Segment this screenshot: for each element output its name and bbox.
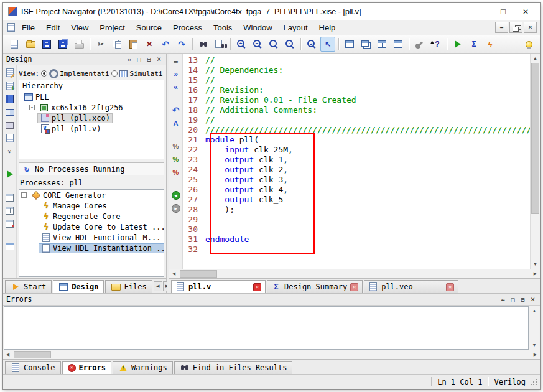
strip-button-nav-forward[interactable]	[170, 203, 182, 214]
maximize-panel-icon[interactable]	[509, 295, 517, 304]
code-line[interactable]: 23 output clk_1,	[183, 155, 530, 165]
menu-item-source[interactable]: Source	[131, 22, 167, 34]
toolbar-button-save[interactable]	[39, 37, 54, 52]
scroll-right-icon[interactable]	[531, 350, 540, 359]
strip-button-format-lines[interactable]	[170, 55, 182, 67]
errors-vscrollbar[interactable]	[529, 306, 539, 350]
menu-item-edit[interactable]: Edit	[40, 22, 65, 34]
menu-item-tools[interactable]: Tools	[208, 22, 238, 34]
tree-item-update-core-to-latest[interactable]: Update Core to Latest ...	[19, 222, 164, 232]
toolbar-button-open[interactable]	[23, 37, 38, 52]
toolbar-button-find[interactable]	[196, 37, 211, 52]
tree-item-manage-cores[interactable]: Manage Cores	[19, 200, 164, 211]
code-line[interactable]: 17// Revision 0.01 - File Created	[183, 95, 530, 105]
menu-item-help[interactable]: Help	[313, 22, 341, 34]
toolbar-button-zoom-full[interactable]	[266, 37, 281, 52]
code-line[interactable]: 27 output clk_5	[183, 195, 530, 205]
tab-pll-veo[interactable]: pll.veo	[364, 280, 458, 293]
code-line[interactable]: 26 output clk_4,	[183, 185, 530, 195]
strip-button-library[interactable]	[4, 93, 16, 105]
vscroll-track[interactable]	[529, 315, 539, 340]
toolbar-button-lightbulb[interactable]	[521, 37, 536, 52]
tab-console[interactable]: Console	[5, 361, 61, 374]
toolbar-button-summary[interactable]	[466, 37, 481, 52]
tab-pll-v[interactable]: pll.v	[171, 280, 266, 293]
toolbar-button-impact[interactable]	[483, 37, 498, 52]
mdi-minimize-button[interactable]	[495, 22, 508, 33]
toolbar-button-zoom-in[interactable]	[234, 37, 249, 52]
strip-button-indent[interactable]	[170, 68, 182, 80]
vscroll-track[interactable]	[531, 63, 540, 259]
tree-item-xc6slx16-2ftg256[interactable]: -xc6slx16-2ftg256	[19, 102, 164, 113]
tab-warnings[interactable]: Warnings	[113, 361, 173, 374]
strip-button-snapshot[interactable]	[4, 119, 16, 131]
toolbar-button-undo[interactable]	[158, 37, 173, 52]
editor-hscrollbar[interactable]	[169, 269, 540, 278]
hscroll-track[interactable]	[12, 350, 531, 359]
resize-grip-icon[interactable]	[529, 378, 537, 386]
vscroll-thumb[interactable]	[531, 63, 539, 214]
tree-item-pll-pll-v[interactable]: pll (pll.v)	[19, 123, 164, 134]
view-option-simulati[interactable]: Simulati	[111, 68, 163, 78]
code-line[interactable]: 20//////////////////////////////////////…	[183, 125, 530, 135]
tab-scroll-left-icon[interactable]	[154, 281, 162, 291]
hscroll-thumb[interactable]	[180, 270, 217, 278]
code-line[interactable]: 31endmodule	[183, 235, 530, 245]
tab-design[interactable]: Design	[53, 280, 104, 293]
expander-icon[interactable]: -	[29, 105, 35, 110]
strip-button-percent[interactable]	[170, 141, 182, 152]
code-line[interactable]: 21module pll(	[183, 135, 530, 145]
tree-item-view-hdl-functional-m[interactable]: View HDL Functional M...	[19, 232, 164, 243]
toolbar-button-tile-h[interactable]	[374, 37, 389, 52]
maximize-button[interactable]	[494, 3, 513, 20]
mdi-close-button[interactable]	[524, 22, 537, 33]
close-button[interactable]	[516, 3, 535, 20]
code-line[interactable]: 29	[183, 215, 530, 225]
scroll-left-icon[interactable]	[3, 350, 12, 359]
strip-button-new-source[interactable]	[4, 80, 16, 91]
close-panel-icon[interactable]	[155, 55, 163, 63]
undock-icon[interactable]	[499, 295, 507, 304]
expander-icon[interactable]: -	[21, 192, 27, 198]
strip-button-undo-curve[interactable]	[170, 105, 182, 116]
errors-hscrollbar[interactable]	[3, 350, 540, 359]
scroll-up-icon[interactable]	[529, 306, 539, 315]
undock-icon[interactable]	[125, 55, 133, 63]
strip-button-nav-back[interactable]	[170, 190, 182, 201]
errors-content[interactable]	[4, 306, 529, 350]
strip-button-page[interactable]	[4, 133, 16, 144]
close-tab-icon[interactable]	[446, 283, 454, 291]
toolbar-button-wrench[interactable]	[412, 37, 427, 52]
toolbar-button-paste[interactable]	[126, 37, 141, 52]
minimize-button[interactable]	[471, 3, 490, 20]
tab-find-in-files-results[interactable]: Find in Files Results	[174, 361, 293, 374]
tree-item-regenerate-core[interactable]: Regenerate Core	[19, 211, 164, 222]
pin-panel-icon[interactable]	[145, 55, 153, 63]
close-panel-icon[interactable]	[529, 295, 537, 304]
code-line[interactable]: 18// Additional Comments:	[183, 105, 530, 115]
scroll-down-icon[interactable]	[529, 340, 539, 350]
strip-button-edit-source[interactable]	[4, 67, 16, 78]
code-line[interactable]: 14// Dependencies:	[183, 65, 530, 75]
pin-panel-icon[interactable]	[519, 295, 527, 304]
tree-item-view-hdl-instantiation[interactable]: View HDL Instantiation ...	[19, 243, 164, 253]
menu-item-project[interactable]: Project	[94, 22, 130, 34]
tree-item-pll-pll-xco[interactable]: pll (pll.xco)	[19, 113, 164, 123]
code-line[interactable]: 32	[183, 245, 530, 254]
tab-start[interactable]: Start	[5, 280, 52, 293]
strip-button-library-open[interactable]	[4, 106, 16, 118]
menu-item-view[interactable]: View	[65, 22, 94, 34]
close-tab-icon[interactable]	[350, 283, 358, 291]
scroll-left-icon[interactable]	[169, 269, 179, 278]
toolbar-button-cascade[interactable]	[358, 37, 373, 52]
tab-design-summary[interactable]: Design Summary	[267, 280, 363, 293]
tab-files[interactable]: Files	[105, 280, 152, 293]
tree-item-pll[interactable]: PLL	[19, 91, 164, 102]
menu-item-file[interactable]: File	[16, 22, 40, 34]
tree-item-core-generator[interactable]: -CORE Generator	[19, 190, 164, 200]
hierarchy-panel[interactable]: Hierarchy PLL-xc6slx16-2ftg256pll (pll.x…	[19, 80, 164, 159]
code-line[interactable]: 16// Revision:	[183, 85, 530, 95]
strip-button-comment-add[interactable]	[170, 154, 182, 165]
view-option-implementati[interactable]: Implementati	[41, 68, 109, 78]
menu-item-layout[interactable]: Layout	[278, 22, 313, 34]
